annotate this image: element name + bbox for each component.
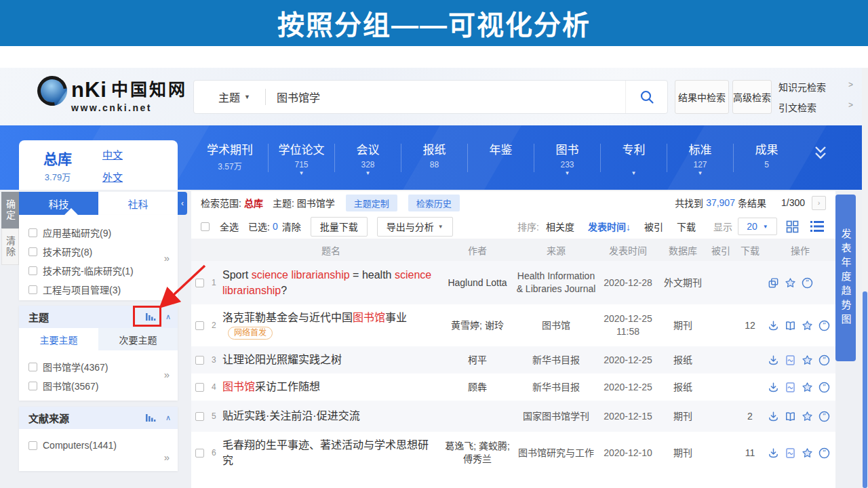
checkbox[interactable]: [28, 228, 37, 237]
page-size-select[interactable]: 20 ▼: [738, 218, 777, 235]
book-icon[interactable]: [785, 411, 796, 422]
result-title-link[interactable]: 贴近实践·关注前沿·促进交流: [222, 408, 439, 424]
result-authors[interactable]: 葛逸飞; 龚蛟腾; 傅秀兰: [439, 440, 515, 466]
chevron-up-icon[interactable]: ∧: [165, 413, 171, 422]
copy-icon[interactable]: [768, 277, 779, 289]
sort-下载[interactable]: 下载: [677, 220, 696, 233]
tab-science-tech[interactable]: 科技: [19, 192, 98, 215]
confirm-button[interactable]: 确定: [1, 192, 19, 228]
expand-more-icon[interactable]: »: [164, 368, 170, 380]
total-db-card[interactable]: 总库 3.79万 中文 外文: [19, 140, 178, 190]
checkbox[interactable]: [28, 441, 37, 450]
search-history-button[interactable]: 检索历史: [408, 195, 460, 211]
batch-download-button[interactable]: 批量下载: [311, 217, 368, 237]
checkbox[interactable]: [28, 247, 37, 256]
search-input[interactable]: [266, 91, 625, 103]
search-field-dropdown[interactable]: 主题 ▼: [194, 89, 265, 105]
download-icon[interactable]: [768, 411, 779, 422]
nav-item-6[interactable]: 图书 233 ▼: [534, 139, 600, 177]
row-checkbox[interactable]: [195, 279, 204, 287]
sidebar-collapse-handle[interactable]: ‹: [178, 192, 187, 215]
quote-icon[interactable]: ”: [818, 411, 830, 422]
nav-more-button[interactable]: [806, 144, 835, 165]
expand-more-icon[interactable]: »: [164, 252, 170, 264]
nav-item-1[interactable]: 学术期刊 3.57万: [192, 139, 268, 177]
quote-icon[interactable]: ”: [818, 320, 830, 331]
result-authors[interactable]: Haglund Lotta: [439, 277, 515, 289]
checkbox[interactable]: [28, 266, 37, 275]
row-checkbox[interactable]: [195, 383, 204, 392]
checkbox[interactable]: [28, 285, 37, 294]
book-icon[interactable]: [785, 320, 796, 331]
result-source[interactable]: Health Information & Libraries Journal: [515, 270, 597, 296]
checkbox[interactable]: [28, 382, 37, 390]
grid-view-button[interactable]: [783, 218, 802, 236]
nav-item-8[interactable]: 标准 127 ▼: [667, 139, 733, 177]
result-title-link[interactable]: 洛克菲勒基金会与近代中国图书馆事业网络首发: [222, 310, 439, 341]
nav-item-7[interactable]: 专利 ▼: [601, 139, 667, 177]
citation-search-link[interactable]: 引文检索 >: [778, 100, 853, 114]
result-authors[interactable]: 顾犇: [439, 381, 515, 394]
nav-item-2[interactable]: 学位论文 715 ▼: [269, 139, 334, 177]
sort-发表时间[interactable]: 发表时间↓: [588, 220, 631, 233]
result-title-link[interactable]: 让理论阳光照耀实践之树: [222, 352, 439, 367]
bar-chart-icon[interactable]: [145, 413, 156, 422]
result-title-link[interactable]: 毛春翔的生平事迹、著述活动与学术思想研究: [222, 437, 439, 468]
scrollbar-thumb[interactable]: [863, 291, 867, 488]
select-all-label[interactable]: 全选: [220, 220, 239, 233]
star-icon[interactable]: [802, 411, 813, 422]
nav-item-9[interactable]: 成果 5: [734, 139, 800, 177]
quote-icon[interactable]: ”: [802, 277, 813, 289]
tab-main-subject[interactable]: 主要主题: [19, 328, 98, 350]
cnki-logo[interactable]: nKi 中国知网 www.cnki.net: [37, 76, 187, 113]
star-icon[interactable]: [802, 447, 813, 459]
doc-icon[interactable]: [785, 447, 796, 459]
result-title-link[interactable]: Sport science librarianship = health sci…: [222, 267, 439, 298]
result-source[interactable]: 图书馆研究与工作: [515, 447, 597, 460]
result-source[interactable]: 图书馆: [515, 319, 597, 332]
download-icon[interactable]: [768, 320, 779, 331]
download-icon[interactable]: [768, 447, 779, 459]
download-icon[interactable]: [768, 382, 779, 393]
clear-filters-button[interactable]: 清除: [1, 228, 19, 265]
tab-secondary-subject[interactable]: 次要主题: [98, 328, 178, 350]
checkbox[interactable]: [28, 363, 37, 371]
scope-value[interactable]: 总库: [244, 196, 263, 209]
lang-chinese-link[interactable]: 中文: [102, 147, 123, 161]
star-icon[interactable]: [802, 354, 813, 366]
nav-item-4[interactable]: 报纸 88: [401, 139, 467, 177]
page-scrollbar[interactable]: [862, 68, 868, 488]
search-in-results-button[interactable]: 结果中检索: [675, 80, 729, 114]
chevron-up-icon[interactable]: ∧: [165, 312, 171, 321]
result-source[interactable]: 新华书目报: [515, 381, 597, 394]
result-authors[interactable]: 黄雪婷; 谢玲: [439, 319, 515, 332]
lang-foreign-link[interactable]: 外文: [102, 169, 123, 184]
expand-more-icon[interactable]: »: [164, 451, 170, 463]
result-title-link[interactable]: 图书馆采访工作随想: [222, 379, 439, 394]
result-source[interactable]: 国家图书馆学刊: [515, 410, 597, 423]
quote-icon[interactable]: ”: [818, 447, 830, 459]
quote-icon[interactable]: ”: [818, 354, 830, 366]
clear-selection-button[interactable]: 清除: [282, 220, 301, 233]
select-all-checkbox[interactable]: [201, 222, 210, 231]
quote-icon[interactable]: ”: [818, 382, 830, 393]
nav-item-5[interactable]: 年鉴: [468, 139, 534, 177]
doc-icon[interactable]: [785, 354, 796, 366]
subject-custom-button[interactable]: 主题定制: [346, 195, 397, 211]
tab-social-science[interactable]: 社科: [98, 192, 178, 215]
sort-被引[interactable]: 被引: [644, 220, 663, 233]
result-source[interactable]: 新华书目报: [515, 354, 597, 367]
row-checkbox[interactable]: [195, 449, 204, 458]
sort-相关度[interactable]: 相关度: [546, 220, 574, 233]
nav-item-3[interactable]: 会议 328 ▼: [335, 139, 401, 177]
export-analyze-button[interactable]: 导出与分析 ▼: [377, 217, 453, 237]
download-icon[interactable]: [768, 354, 779, 366]
star-icon[interactable]: [802, 382, 813, 393]
result-authors[interactable]: 柯平: [439, 354, 515, 367]
next-page-button[interactable]: ›: [812, 196, 826, 210]
list-view-button[interactable]: [808, 218, 826, 236]
star-icon[interactable]: [802, 320, 813, 331]
publication-trend-tab[interactable]: 发表年度趋势图: [835, 195, 856, 361]
knowledge-search-link[interactable]: 知识元检索 >: [778, 80, 853, 94]
row-checkbox[interactable]: [195, 356, 204, 365]
